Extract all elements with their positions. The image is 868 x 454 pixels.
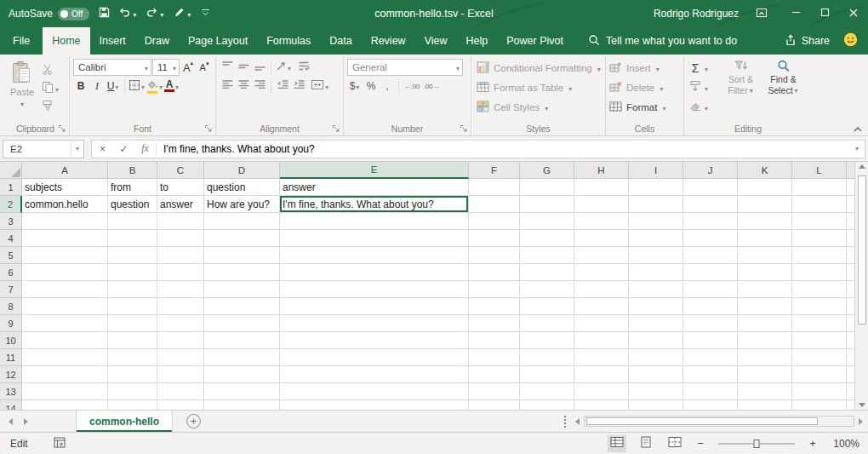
pen-mode-button[interactable] <box>174 7 191 20</box>
column-header-K[interactable]: K <box>738 162 792 179</box>
format-cells-button[interactable]: Format <box>609 97 680 117</box>
minimize-button[interactable] <box>781 0 810 27</box>
scrollbar-resize-handle[interactable] <box>564 416 568 428</box>
cell-J2[interactable] <box>683 196 738 213</box>
percent-style-button[interactable]: % <box>363 78 379 95</box>
cell-H1[interactable] <box>574 179 629 196</box>
row-header-13[interactable]: 13 <box>0 383 22 400</box>
cell-I4[interactable] <box>629 230 683 247</box>
cell-C7[interactable] <box>157 281 204 298</box>
cell-L11[interactable] <box>792 349 847 366</box>
cell-A8[interactable] <box>22 298 108 315</box>
cell-L8[interactable] <box>792 298 847 315</box>
row-header-3[interactable]: 3 <box>0 213 22 230</box>
decrease-font-button[interactable]: A <box>197 60 212 76</box>
cell-J4[interactable] <box>683 230 738 247</box>
customize-qat-button[interactable] <box>201 8 210 20</box>
cell-F10[interactable] <box>469 332 520 349</box>
delete-cells-dropdown[interactable] <box>659 83 664 93</box>
fill-color-dropdown[interactable] <box>158 80 163 92</box>
cell-G1[interactable] <box>520 179 574 196</box>
column-header-J[interactable]: J <box>683 162 738 179</box>
cell-G6[interactable] <box>520 264 574 281</box>
column-header-F[interactable]: F <box>469 162 520 179</box>
copy-button[interactable] <box>42 81 60 95</box>
cell-G9[interactable] <box>520 315 574 332</box>
align-bottom-button[interactable] <box>252 60 267 76</box>
cell-F1[interactable] <box>469 179 520 196</box>
row-header-10[interactable]: 10 <box>0 332 22 349</box>
cancel-button[interactable]: × <box>92 141 113 158</box>
cell-I3[interactable] <box>629 213 683 230</box>
cell-F13[interactable] <box>469 383 520 400</box>
cell-E4[interactable] <box>280 230 469 247</box>
font-color-dropdown[interactable] <box>174 80 180 92</box>
cell-F2[interactable] <box>469 196 520 213</box>
cell-F9[interactable] <box>469 315 520 332</box>
sort-filter-dropdown[interactable] <box>749 84 754 96</box>
cell-D2[interactable]: How are you? <box>204 196 280 213</box>
cell-G11[interactable] <box>520 349 574 366</box>
user-name[interactable]: Rodrigo Rodriguez <box>654 8 739 20</box>
cell-J9[interactable] <box>683 315 738 332</box>
paste-dropdown[interactable] <box>20 98 25 108</box>
cell-D7[interactable] <box>204 281 280 298</box>
undo-button[interactable] <box>119 7 137 20</box>
cell-H2[interactable] <box>574 196 629 213</box>
ribbon-tab-draw[interactable]: Draw <box>135 27 179 55</box>
cell-A6[interactable] <box>22 264 108 281</box>
cell-B7[interactable] <box>108 281 157 298</box>
cell-E10[interactable] <box>280 332 469 349</box>
cell-J1[interactable] <box>683 179 738 196</box>
row-header-12[interactable]: 12 <box>0 366 22 383</box>
fill-dropdown[interactable] <box>704 82 709 94</box>
cell-H3[interactable] <box>574 213 629 230</box>
cell-K10[interactable] <box>738 332 792 349</box>
horizontal-scrollbar[interactable] <box>564 416 868 428</box>
fill-color-button[interactable] <box>146 78 163 95</box>
cell-H7[interactable] <box>574 281 629 298</box>
row-header-11[interactable]: 11 <box>0 349 22 366</box>
cell-A11[interactable] <box>22 349 108 366</box>
zoom-level[interactable]: 100% <box>829 438 859 450</box>
row-header-2[interactable]: 2 <box>0 196 22 213</box>
alignment-dialog-launcher[interactable] <box>332 124 341 134</box>
cell-E14[interactable] <box>280 400 469 410</box>
cell-F4[interactable] <box>469 230 520 247</box>
cell-D3[interactable] <box>204 213 280 230</box>
borders-button[interactable] <box>128 78 146 95</box>
cell-E7[interactable] <box>280 281 469 298</box>
cell-L2[interactable] <box>792 196 847 213</box>
cell-F3[interactable] <box>469 213 520 230</box>
accounting-format-button[interactable]: $ <box>347 78 363 95</box>
cell-I9[interactable] <box>629 315 683 332</box>
vertical-scrollbar[interactable] <box>854 162 868 410</box>
delete-cells-button[interactable]: Delete <box>609 78 680 97</box>
cell-K7[interactable] <box>738 281 792 298</box>
cell-B6[interactable] <box>108 264 157 281</box>
cell-B10[interactable] <box>108 332 157 349</box>
merge-center-dropdown[interactable] <box>324 80 329 92</box>
scroll-left-arrow[interactable] <box>575 418 580 425</box>
format-as-table-dropdown[interactable] <box>568 83 573 93</box>
cell-C13[interactable] <box>157 383 204 400</box>
autosum-dropdown[interactable] <box>704 62 709 74</box>
number-format-combo[interactable]: General <box>347 59 463 76</box>
cell-B3[interactable] <box>108 213 157 230</box>
share-button[interactable]: Share <box>785 34 830 49</box>
cell-L7[interactable] <box>792 281 847 298</box>
cell-A12[interactable] <box>22 366 108 383</box>
cell-L14[interactable] <box>792 400 847 410</box>
insert-cells-button[interactable]: Insert <box>609 58 680 78</box>
ribbon-tab-file[interactable]: File <box>0 27 43 55</box>
underline-dropdown[interactable] <box>114 80 119 92</box>
cell-L3[interactable] <box>792 213 847 230</box>
align-middle-button[interactable] <box>236 60 251 76</box>
cell-J11[interactable] <box>683 349 738 366</box>
column-header-C[interactable]: C <box>157 162 204 179</box>
paste-button[interactable]: Paste <box>5 58 39 113</box>
align-left-button[interactable] <box>220 78 235 95</box>
ribbon-tab-home[interactable]: Home <box>43 27 89 55</box>
cell-D12[interactable] <box>204 366 280 383</box>
cell-G4[interactable] <box>520 230 574 247</box>
